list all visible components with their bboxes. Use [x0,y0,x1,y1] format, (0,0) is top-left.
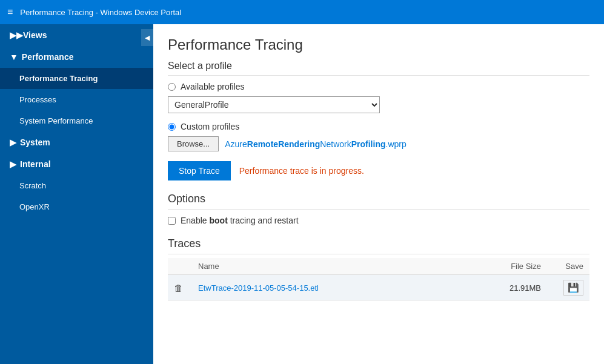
table-row: 🗑 EtwTrace-2019-11-05-05-54-15.etl 21.91… [168,275,589,301]
sidebar-item-performance[interactable]: ▼ Performance [0,46,153,68]
sidebar-item-scratch[interactable]: Scratch [0,175,153,196]
traces-table-header-row: Name File Size Save [168,258,589,275]
profile-dropdown[interactable]: GeneralProfile DiagnosticProfile Network… [168,96,380,113]
available-profiles-radio[interactable] [168,83,176,91]
titlebar-title: Performance Tracing - Windows Device Por… [20,8,181,17]
browse-button[interactable]: Browse... [168,136,219,151]
browse-filename: AzureRemoteRenderingNetworkProfiling.wpr… [225,139,407,149]
custom-profiles-row: Custom profiles [168,122,589,131]
filename-highlight-profiling: Profiling [351,139,386,149]
page-title: Performance Tracing [168,36,589,53]
boot-tracing-label[interactable]: Enable boot tracing and restart [181,216,299,225]
col-header-name: Name [192,258,486,275]
sidebar-item-openxr[interactable]: OpenXR [0,196,153,217]
select-profile-label: Select a profile [168,61,589,76]
stop-trace-row: Stop Trace Performance trace is in progr… [168,161,589,180]
options-title: Options [168,193,589,210]
stop-trace-button[interactable]: Stop Trace [168,161,231,180]
system-arrow-icon: ▶ [10,137,16,147]
profile-select-row: GeneralProfile DiagnosticProfile Network… [168,96,589,113]
available-profiles-row: Available profiles [168,82,589,91]
menu-icon[interactable]: ≡ [7,7,13,18]
save-cell: 💾 [547,275,589,301]
boot-tracing-checkbox[interactable] [168,217,176,225]
col-header-delete [168,258,192,275]
boot-tracing-row: Enable boot tracing and restart [168,216,589,225]
traces-title: Traces [168,237,589,254]
filename-cell: EtwTrace-2019-11-05-05-54-15.etl [192,275,486,301]
save-button[interactable]: 💾 [563,280,583,296]
content-area: Performance Tracing Select a profile Ava… [153,24,604,364]
boot-highlight: boot [209,216,227,225]
col-header-filesize: File Size [486,258,547,275]
filename-highlight-rendering: Rendering [278,139,320,149]
sidebar-item-system-performance[interactable]: System Performance [0,110,153,131]
custom-profiles-label[interactable]: Custom profiles [181,122,239,131]
sidebar: ◀ ▶ ▶Views ▼ Performance Performance Tra… [0,24,153,364]
traces-table: Name File Size Save 🗑 EtwTrace-2019-11-0… [168,258,589,301]
sidebar-item-internal[interactable]: ▶ Internal [0,153,153,175]
trace-status-text: Performance trace is in progress. [239,166,364,176]
options-section: Options Enable boot tracing and restart [168,193,589,225]
delete-cell: 🗑 [168,275,192,301]
sidebar-item-processes[interactable]: Processes [0,89,153,110]
views-arrow-icon: ▶ [10,30,16,40]
sidebar-item-performance-tracing[interactable]: Performance Tracing [0,68,153,89]
sidebar-item-system[interactable]: ▶ System [0,131,153,153]
internal-arrow-icon: ▶ [10,159,16,169]
profile-radio-group: Available profiles GeneralProfile Diagno… [168,82,589,151]
filename-text: AzureRemoteRenderingNetworkProfiling.wpr… [225,139,407,149]
titlebar: ≡ Performance Tracing - Windows Device P… [0,0,604,24]
traces-section: Traces Name File Size Save 🗑 [168,237,589,301]
col-header-save: Save [547,258,589,275]
filename-highlight-remote: Remote [247,139,278,149]
performance-arrow-icon: ▼ [10,52,18,62]
sidebar-item-views[interactable]: ▶ ▶Views [0,24,153,46]
main-layout: ◀ ▶ ▶Views ▼ Performance Performance Tra… [0,24,604,364]
sidebar-collapse-button[interactable]: ◀ [141,29,153,46]
browse-row: Browse... AzureRemoteRenderingNetworkPro… [168,136,589,151]
available-profiles-label[interactable]: Available profiles [181,82,245,91]
filesize-cell: 21.91MB [486,275,547,301]
custom-profiles-radio[interactable] [168,123,176,131]
trace-filename[interactable]: EtwTrace-2019-11-05-05-54-15.etl [198,283,319,293]
delete-icon[interactable]: 🗑 [174,283,183,293]
